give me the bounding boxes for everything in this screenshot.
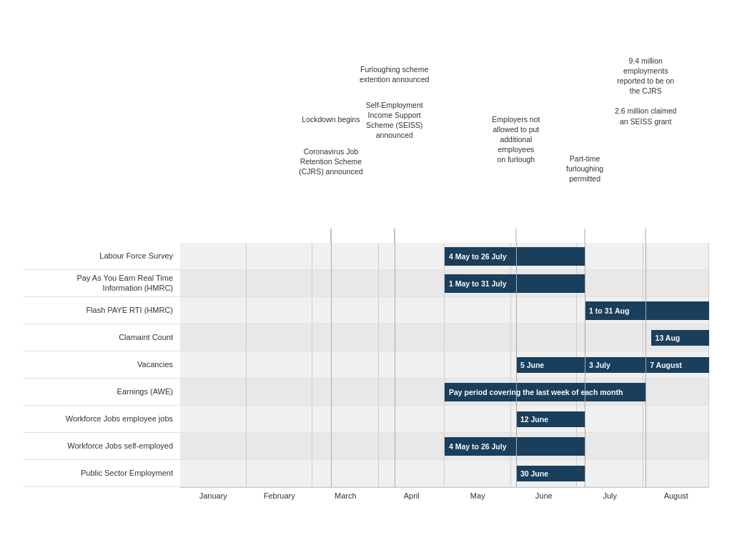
cell xyxy=(379,460,445,486)
cell xyxy=(643,270,710,296)
row-cells: 1 May to 31 July xyxy=(180,270,709,296)
cell xyxy=(511,460,578,486)
cell xyxy=(312,243,379,269)
cell xyxy=(180,406,247,432)
cell xyxy=(379,379,445,405)
row-cells: 12 June xyxy=(180,406,709,432)
cell xyxy=(445,243,511,269)
x-axis-label: June xyxy=(511,491,578,500)
cell xyxy=(445,270,511,296)
cell xyxy=(247,243,313,269)
cell xyxy=(379,270,445,296)
x-axis-label: January xyxy=(180,491,247,500)
cell xyxy=(180,379,247,405)
cell xyxy=(379,351,445,378)
row-label: Public Sector Employment xyxy=(23,468,180,478)
chart-row: Labour Force Survey4 May to 26 July xyxy=(23,243,709,270)
cell xyxy=(577,297,643,324)
row-label: Vacancies xyxy=(23,359,180,369)
cell xyxy=(511,351,578,378)
cell xyxy=(511,297,578,324)
cell xyxy=(577,324,643,351)
row-label: Workforce Jobs employee jobs xyxy=(23,414,180,424)
cell xyxy=(643,351,710,378)
annotations-area: Lockdown beginsCoronavirus JobRetention … xyxy=(180,43,709,243)
chart-rows: Labour Force Survey4 May to 26 JulyPay A… xyxy=(23,243,709,487)
annotation-line-employers xyxy=(515,229,516,243)
cell xyxy=(511,379,578,405)
chart-row: Clamaint Count13 Aug xyxy=(23,324,709,351)
x-axis: JanuaryFebruaryMarchAprilMayJuneJulyAugu… xyxy=(180,487,709,500)
x-axis-label: March xyxy=(312,491,379,500)
row-label: Clamaint Count xyxy=(23,332,180,342)
chart-row: Flash PAYE RTI (HMRC)1 to 31 Aug xyxy=(23,297,709,324)
cell xyxy=(180,351,247,378)
chart-row: Earnings (AWE)Pay period covering the la… xyxy=(23,379,709,406)
cell xyxy=(577,379,643,405)
row-cells: Pay period covering the last week of eac… xyxy=(180,379,709,405)
chart-row: Workforce Jobs self-employed4 May to 26 … xyxy=(23,433,709,460)
x-axis-label: July xyxy=(577,491,643,500)
cell xyxy=(577,433,643,459)
chart-row: Workforce Jobs employee jobs12 June xyxy=(23,406,709,433)
cell xyxy=(379,324,445,351)
row-cells: 4 May to 26 July xyxy=(180,433,709,459)
annotation-furlough-ext: Furloughing schemeextention announced xyxy=(355,64,434,84)
cell xyxy=(379,433,445,459)
row-label: Flash PAYE RTI (HMRC) xyxy=(23,305,180,315)
cell xyxy=(445,297,511,324)
cell xyxy=(247,324,313,351)
row-cells: 5 June3 July7 August xyxy=(180,351,709,378)
chart-row: Public Sector Employment30 June xyxy=(23,460,709,487)
row-cells: 1 to 31 Aug xyxy=(180,297,709,324)
cell xyxy=(511,324,578,351)
cell xyxy=(643,243,710,269)
row-label: Pay As You Earn Real TimeInformation (HM… xyxy=(23,273,180,294)
annotation-line-furlough-ext xyxy=(394,229,395,243)
cell xyxy=(247,297,313,324)
cell xyxy=(577,406,643,432)
cell xyxy=(511,243,578,269)
annotation-line-parttime xyxy=(585,229,585,243)
x-axis-label: May xyxy=(445,491,511,500)
cell xyxy=(312,324,379,351)
cell xyxy=(445,406,511,432)
chart-row: Vacancies5 June3 July7 August xyxy=(23,351,709,379)
cell xyxy=(511,270,578,296)
annotation-line-94m xyxy=(646,229,646,243)
cell xyxy=(180,433,247,459)
row-cells: 13 Aug xyxy=(180,324,709,351)
annotation-seiss: Self-EmploymentIncome SupportScheme (SEI… xyxy=(355,100,434,141)
cell xyxy=(247,460,313,486)
cell xyxy=(643,324,710,351)
cell xyxy=(445,379,511,405)
row-cells: 30 June xyxy=(180,460,709,486)
annotation-parttime: Part-timefurloughingpermitted xyxy=(545,154,624,184)
cell xyxy=(577,351,643,378)
cell xyxy=(312,406,379,432)
cell xyxy=(577,243,643,269)
annotation-line-cjrs xyxy=(330,229,331,243)
cell xyxy=(247,379,313,405)
cell xyxy=(312,270,379,296)
cell xyxy=(511,433,578,459)
cell xyxy=(180,460,247,486)
cell xyxy=(247,406,313,432)
cell xyxy=(445,351,511,378)
cell xyxy=(445,324,511,351)
x-axis-label: August xyxy=(643,491,710,500)
cell xyxy=(511,406,578,432)
cell xyxy=(445,460,511,486)
cell xyxy=(312,379,379,405)
annotation-cjrs: Coronavirus JobRetention Scheme(CJRS) an… xyxy=(292,146,370,177)
cell xyxy=(247,351,313,378)
cell xyxy=(312,433,379,459)
cell xyxy=(643,460,710,486)
cell xyxy=(577,460,643,486)
cell xyxy=(180,297,247,324)
cell xyxy=(312,460,379,486)
annotation-94m: 9.4 million employmentsreported to be on… xyxy=(606,56,685,126)
row-label: Earnings (AWE) xyxy=(23,386,180,396)
chart-container: Lockdown beginsCoronavirus JobRetention … xyxy=(23,14,709,500)
cell xyxy=(180,270,247,296)
